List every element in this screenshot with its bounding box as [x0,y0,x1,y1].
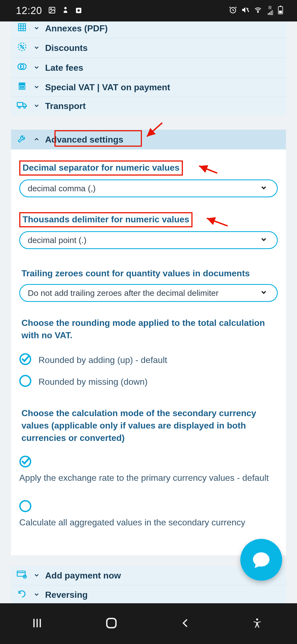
accordion-row-late-fees[interactable]: Late fees [11,58,286,78]
chevron-down-icon [33,63,40,73]
nav-home-button[interactable] [100,616,122,631]
android-status-bar: 12:20 R [0,0,297,21]
clock-money-icon [16,62,28,74]
radio-secondary-secondary[interactable]: Calculate all aggregated values in the s… [19,496,278,533]
radio-checked-icon [19,353,31,365]
chevron-down-icon [33,43,40,53]
wifi-icon [254,6,262,15]
svg-point-3 [78,9,80,12]
svg-point-32 [23,88,24,88]
svg-point-35 [24,107,25,108]
select-value: decimal comma (,) [28,184,96,193]
svg-point-28 [22,86,23,87]
svg-point-1 [50,9,52,10]
svg-line-37 [199,166,217,173]
field-label-decimal-separator: Decimal separator for numeric values [19,160,183,176]
field-label-thousands-delimiter: Thousands delimiter for numeric values [19,212,193,227]
svg-point-22 [23,47,24,48]
radio-unchecked-icon [19,500,31,512]
radio-label: Rounded by adding (up) - default [38,353,167,366]
square-dot-icon [75,6,82,16]
radio-secondary-primary[interactable]: Apply the exchange rate to the primary c… [19,452,278,489]
accordion-label: Late fees [45,63,83,73]
radio-rounding-up[interactable]: Rounded by adding (up) - default [19,349,278,371]
chevron-down-icon [33,590,40,600]
annotation-arrow [203,214,230,230]
svg-point-29 [23,86,24,87]
undo-icon [16,589,28,601]
chevron-down-icon [33,82,40,92]
accordion-label: Annexes (PDF) [45,23,108,34]
signal-icon: R [266,6,274,16]
svg-point-6 [257,11,258,12]
select-trailing-zeroes[interactable]: Do not add trailing zeroes after the dec… [19,284,278,302]
radio-unchecked-icon [19,375,31,387]
select-decimal-separator[interactable]: decimal comma (,) [19,179,278,197]
accordion-row-reversing[interactable]: Reversing [11,585,286,605]
percent-icon [16,42,28,54]
svg-rect-14 [18,24,26,31]
svg-rect-33 [17,103,23,107]
accordion-row-advanced-settings[interactable]: Advanced settings [11,130,286,149]
svg-rect-10 [272,11,273,15]
svg-point-27 [20,86,21,87]
chat-bubble-icon [251,550,271,570]
accordion-label: Discounts [45,43,88,53]
nav-recents-button[interactable] [26,617,48,631]
accordion-label: Add payment now [45,571,121,581]
vibrate-mute-icon [241,6,250,16]
select-value: Do not add trailing zeroes after the dec… [28,288,219,298]
svg-rect-7 [268,13,269,15]
accordion-label: Reversing [45,590,88,600]
radio-label: Calculate all aggregated values in the s… [19,517,245,528]
accordion-label: Special VAT | VAT on payment [45,82,170,92]
card-plus-icon [16,570,28,581]
battery-icon [278,6,283,16]
person-icon [62,6,69,16]
radio-rounding-down[interactable]: Rounded by missing (down) [19,371,278,393]
status-time: 12:20 [16,5,42,17]
group-title-rounding-mode: Choose the rounding mode applied to the … [21,317,276,342]
svg-point-21 [20,45,21,46]
group-title-secondary-currency: Choose the calculation mode of the secon… [21,407,276,444]
svg-line-38 [207,218,228,226]
select-value: decimal point (.) [28,236,86,245]
accordion-label: Advanced settings [45,135,123,145]
advanced-settings-panel: Decimal separator for numeric values dec… [11,149,286,555]
chat-fab[interactable] [240,539,282,581]
chevron-down-icon [260,288,268,298]
chevron-up-icon [33,135,40,145]
wrench-icon [16,133,28,146]
accordion-row-discounts[interactable]: Discounts [11,38,286,58]
chevron-down-icon [260,183,268,194]
radio-checked-icon [19,455,31,468]
svg-point-31 [22,88,23,88]
svg-rect-26 [20,84,24,85]
annotation-arrow [195,163,220,176]
svg-point-30 [20,88,21,88]
truck-icon [16,101,28,111]
grid-icon [16,23,28,34]
svg-rect-12 [279,10,282,13]
accordion-row-transport[interactable]: Transport [11,97,286,115]
alarm-icon [229,6,237,16]
chevron-down-icon [33,571,40,581]
chevron-down-icon [33,23,40,34]
select-thousands-delimiter[interactable]: decimal point (.) [19,231,278,249]
chevron-down-icon [260,235,268,245]
accordion-label: Transport [45,101,86,111]
nav-accessibility-button[interactable] [246,617,268,631]
svg-rect-8 [269,12,270,15]
accordion-row-vat[interactable]: Special VAT | VAT on payment [11,78,286,97]
field-label-trailing-zeroes: Trailing zeroes count for quantity value… [19,267,252,280]
svg-rect-13 [280,6,281,6]
svg-point-34 [18,107,20,108]
svg-point-50 [256,618,258,620]
accordion-row-annexes[interactable]: Annexes (PDF) [11,21,286,38]
calculator-icon [16,82,28,93]
svg-rect-9 [271,12,271,15]
signal-roaming-label: R [268,6,272,10]
image-icon [48,6,56,16]
nav-back-button[interactable] [175,617,197,631]
radio-label: Rounded by missing (down) [38,375,148,388]
